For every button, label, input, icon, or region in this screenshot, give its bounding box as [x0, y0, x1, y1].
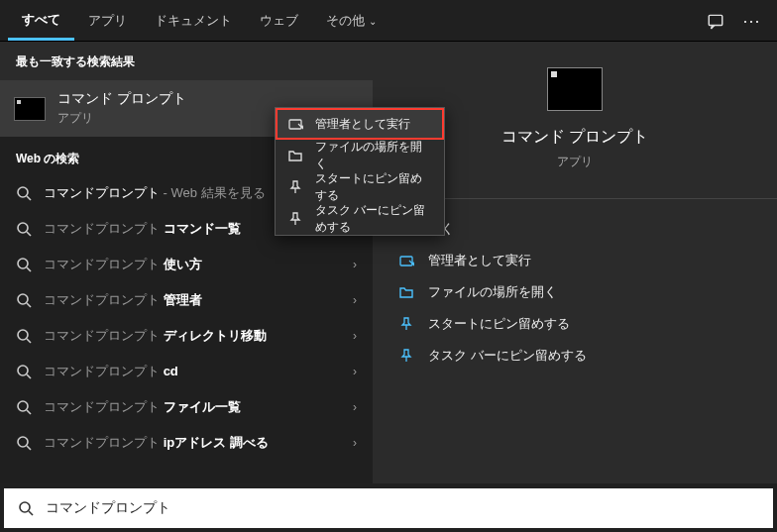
preview-title: コマンド プロンプト	[501, 127, 648, 148]
chevron-right-icon: ›	[353, 329, 357, 343]
ctx-run-admin[interactable]: 管理者として実行	[276, 108, 444, 140]
suggestion-text: コマンドプロンプト ディレクトリ移動	[44, 327, 267, 345]
search-tabs: すべて アプリ ドキュメント ウェブ その他⌄ ⋯	[0, 0, 777, 42]
folder-icon	[398, 284, 414, 300]
ctx-pin-taskbar[interactable]: タスク バーにピン留めする	[276, 203, 444, 235]
ctx-run-admin-label: 管理者として実行	[315, 116, 410, 133]
search-icon	[16, 185, 32, 201]
search-icon	[18, 500, 34, 516]
suggestion-text: コマンドプロンプト - Web 結果を見る	[44, 184, 266, 202]
ctx-pin-start-label: スタートにピン留めする	[315, 170, 432, 204]
folder-icon	[287, 148, 303, 163]
ctx-open-location[interactable]: ファイルの場所を開く	[276, 140, 444, 171]
suggestion-item[interactable]: コマンドプロンプト 管理者›	[0, 282, 373, 318]
search-icon	[16, 221, 32, 237]
chevron-right-icon: ›	[353, 365, 357, 378]
search-icon	[16, 364, 32, 379]
action-pin-start[interactable]: スタートにピン留めする	[373, 308, 777, 340]
suggestion-text: コマンドプロンプト ipアドレス 調べる	[44, 434, 269, 452]
suggestion-item[interactable]: コマンドプロンプト ipアドレス 調べる›	[0, 425, 373, 461]
action-run-admin[interactable]: 管理者として実行	[373, 245, 777, 276]
pin-icon	[287, 211, 303, 227]
tab-apps[interactable]: アプリ	[74, 2, 141, 39]
more-options-icon[interactable]: ⋯	[733, 10, 769, 32]
search-icon	[16, 292, 32, 308]
context-menu: 管理者として実行 ファイルの場所を開く スタートにピン留めする タスク バーにピ…	[275, 107, 445, 236]
ctx-open-location-label: ファイルの場所を開く	[315, 139, 432, 172]
chevron-right-icon: ›	[353, 293, 357, 307]
pin-icon	[398, 316, 414, 332]
feedback-icon[interactable]	[698, 12, 733, 30]
search-icon	[16, 399, 32, 415]
search-icon	[16, 435, 32, 451]
suggestion-text: コマンドプロンプト cd	[44, 363, 178, 380]
search-bar	[4, 488, 773, 528]
suggestion-item[interactable]: コマンドプロンプト cd›	[0, 354, 373, 389]
suggestion-item[interactable]: コマンドプロンプト ファイル一覧›	[0, 389, 373, 425]
suggestion-text: コマンドプロンプト コマンド一覧	[44, 220, 241, 238]
tab-documents[interactable]: ドキュメント	[141, 2, 246, 39]
suggestion-text: コマンドプロンプト 管理者	[44, 291, 202, 309]
action-pin-taskbar-label: タスク バーにピン留めする	[428, 347, 587, 365]
chevron-right-icon: ›	[353, 258, 357, 271]
action-pin-start-label: スタートにピン留めする	[428, 315, 570, 333]
ctx-pin-taskbar-label: タスク バーにピン留めする	[315, 202, 432, 236]
tab-all[interactable]: すべて	[8, 1, 74, 41]
tab-web[interactable]: ウェブ	[246, 2, 312, 39]
action-open-location-label: ファイルの場所を開く	[428, 283, 557, 301]
search-icon	[16, 257, 32, 272]
chevron-right-icon: ›	[353, 436, 357, 450]
chevron-right-icon: ›	[353, 400, 357, 414]
action-run-admin-label: 管理者として実行	[428, 252, 531, 269]
tab-more[interactable]: その他⌄	[312, 2, 390, 39]
admin-icon	[287, 116, 303, 132]
pin-icon	[287, 179, 303, 195]
action-pin-taskbar[interactable]: タスク バーにピン留めする	[373, 340, 777, 372]
suggestion-item[interactable]: コマンドプロンプト 使い方›	[0, 247, 373, 282]
search-input[interactable]	[46, 500, 759, 516]
ctx-pin-start[interactable]: スタートにピン留めする	[276, 171, 444, 203]
suggestion-text: コマンドプロンプト ファイル一覧	[44, 398, 241, 416]
cmd-icon	[14, 97, 46, 121]
pin-icon	[398, 348, 414, 364]
action-open-location[interactable]: ファイルの場所を開く	[373, 276, 777, 308]
preview-subtitle: アプリ	[557, 154, 593, 170]
cmd-large-icon	[547, 67, 603, 111]
best-match-header: 最も一致する検索結果	[0, 42, 373, 80]
best-match-title: コマンド プロンプト	[57, 90, 186, 108]
admin-icon	[398, 253, 414, 268]
search-icon	[16, 328, 32, 344]
chevron-down-icon: ⌄	[369, 16, 377, 27]
best-match-subtitle: アプリ	[57, 110, 186, 127]
suggestion-item[interactable]: コマンドプロンプト ディレクトリ移動›	[0, 318, 373, 354]
suggestion-text: コマンドプロンプト 使い方	[44, 256, 202, 273]
